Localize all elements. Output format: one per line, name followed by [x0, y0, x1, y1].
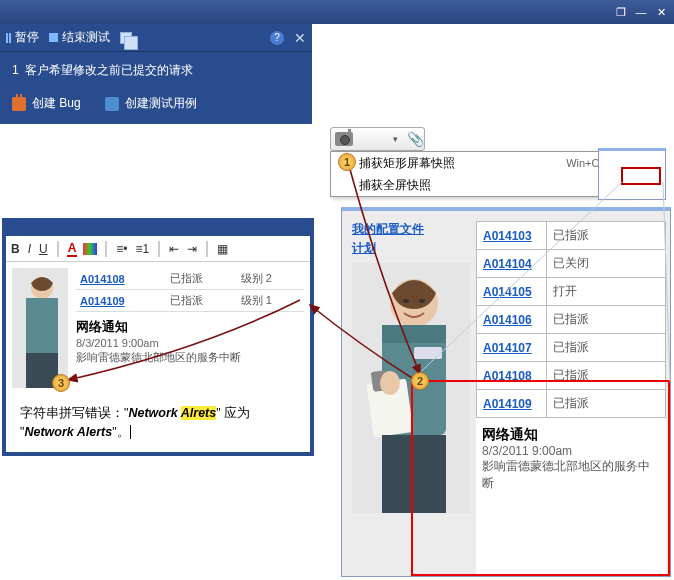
- capture-menu: 捕获矩形屏幕快照 Win+Ctrl+C 捕获全屏快照: [330, 151, 632, 197]
- ticket-id[interactable]: A014108: [477, 362, 547, 390]
- table-row[interactable]: A014109已指派: [477, 390, 666, 418]
- notification-block: 网络通知 8/3/2011 9:00am 影响雷德蒙德北部地区的服务中断: [476, 418, 666, 500]
- restore-button[interactable]: ❐: [612, 4, 630, 20]
- window-title-bar: ❐ — ✕: [0, 0, 674, 24]
- close-button[interactable]: ✕: [652, 4, 670, 20]
- ticket-status: 已指派: [547, 362, 666, 390]
- underline-button[interactable]: U: [38, 242, 49, 256]
- number-list-button[interactable]: ≡1: [135, 242, 151, 256]
- ticket-status: 已指派: [547, 222, 666, 250]
- camera-icon: [335, 132, 353, 146]
- create-test-label: 创建测试用例: [125, 95, 197, 112]
- capture-dropdown-button[interactable]: ▾ 📎: [330, 127, 425, 151]
- test-case-icon: [105, 97, 119, 111]
- ticket-status: 已指派: [547, 390, 666, 418]
- svg-point-7: [419, 299, 425, 303]
- bug-description-text[interactable]: 字符串拼写错误："Network Alrets" 应为 "Network Ale…: [6, 398, 310, 452]
- ticket-level: 级别 2: [237, 268, 304, 290]
- notice-title: 网络通知: [76, 318, 304, 336]
- capture-rect-item[interactable]: 捕获矩形屏幕快照 Win+Ctrl+C: [331, 152, 631, 174]
- profile-link[interactable]: 我的配置文件: [352, 221, 470, 238]
- user-photo: [352, 263, 470, 517]
- ticket-id[interactable]: A014106: [477, 306, 547, 334]
- ticket-status: 已指派: [547, 334, 666, 362]
- ticket-status: 打开: [547, 278, 666, 306]
- rich-text-toolbar: B I U A ≡• ≡1 ⇤ ⇥ ▦: [6, 236, 310, 262]
- create-test-button[interactable]: 创建测试用例: [105, 95, 197, 112]
- ticket-id[interactable]: A014103: [477, 222, 547, 250]
- plan-link[interactable]: 计划: [352, 240, 470, 257]
- table-row[interactable]: A014103已指派: [477, 222, 666, 250]
- pause-button[interactable]: 暂停: [6, 29, 39, 46]
- pause-label: 暂停: [15, 29, 39, 46]
- notice-time: 8/3/2011 9:00am: [482, 444, 660, 458]
- highlight-button[interactable]: [83, 243, 97, 255]
- table-row[interactable]: A014107已指派: [477, 334, 666, 362]
- test-toolbar: 暂停 结束测试 ? ✕: [0, 24, 312, 52]
- request-body: 客户希望修改之前已提交的请求: [25, 63, 193, 77]
- copy-icon: [120, 32, 132, 44]
- ticket-id[interactable]: A014104: [477, 250, 547, 278]
- capture-full-label: 捕获全屏快照: [359, 177, 431, 194]
- create-bug-button[interactable]: 创建 Bug: [12, 95, 81, 112]
- ticket-id[interactable]: A014108: [76, 268, 166, 290]
- request-number: 1: [12, 63, 19, 77]
- table-row[interactable]: A014104已关闭: [477, 250, 666, 278]
- insert-image-button[interactable]: ▦: [216, 242, 229, 256]
- action-row: 创建 Bug 创建测试用例: [0, 89, 312, 124]
- notice-desc: 影响雷德蒙德北部地区的服务中断: [76, 350, 304, 364]
- table-row[interactable]: A014109已指派级别 1: [76, 290, 304, 312]
- attachment-icon: 📎: [407, 131, 424, 147]
- font-color-button[interactable]: A: [67, 241, 78, 257]
- table-row[interactable]: A014106已指派: [477, 306, 666, 334]
- notice-title: 网络通知: [482, 426, 660, 444]
- italic-button[interactable]: I: [27, 242, 32, 256]
- mini-ticket-table: A014108已指派级别 2 A014109已指派级别 1: [76, 268, 304, 312]
- request-text: 1 客户希望修改之前已提交的请求: [0, 52, 312, 89]
- callout-3: 3: [52, 374, 70, 392]
- table-row[interactable]: A014105打开: [477, 278, 666, 306]
- outdent-button[interactable]: ⇤: [168, 242, 180, 256]
- end-test-button[interactable]: 结束测试: [49, 29, 110, 46]
- indent-button[interactable]: ⇥: [186, 242, 198, 256]
- stop-icon: [49, 33, 58, 42]
- bug-editor-window: B I U A ≡• ≡1 ⇤ ⇥ ▦ A014108已指派级别 2 A0141: [2, 218, 314, 456]
- selection-rect-icon: [621, 167, 661, 185]
- table-row[interactable]: A014108已指派: [477, 362, 666, 390]
- ticket-status: 已指派: [166, 268, 236, 290]
- table-row[interactable]: A014108已指派级别 2: [76, 268, 304, 290]
- svg-point-6: [403, 299, 409, 303]
- svg-rect-9: [382, 325, 446, 343]
- svg-rect-13: [382, 435, 446, 513]
- svg-rect-2: [26, 298, 58, 353]
- capture-rect-label: 捕获矩形屏幕快照: [359, 155, 455, 172]
- bullet-list-button[interactable]: ≡•: [115, 242, 128, 256]
- capture-full-item[interactable]: 捕获全屏快照: [331, 174, 631, 196]
- ticket-status: 已关闭: [547, 250, 666, 278]
- panel-close-button[interactable]: ✕: [294, 30, 306, 46]
- test-runner-panel: 暂停 结束测试 ? ✕ 1 客户希望修改之前已提交的请求 创建 Bug 创建测试…: [0, 24, 312, 124]
- ticket-status: 已指派: [547, 306, 666, 334]
- browser-window: 我的配置文件 计划: [341, 207, 671, 577]
- bug-icon: [12, 97, 26, 111]
- ticket-id[interactable]: A014105: [477, 278, 547, 306]
- ticket-id[interactable]: A014109: [76, 290, 166, 312]
- minimize-button[interactable]: —: [632, 4, 650, 20]
- help-button[interactable]: ?: [270, 31, 284, 45]
- pause-icon: [6, 33, 11, 43]
- copy-button[interactable]: [120, 32, 132, 44]
- ticket-level: 级别 1: [237, 290, 304, 312]
- bold-button[interactable]: B: [10, 242, 21, 256]
- ticket-status: 已指派: [166, 290, 236, 312]
- text-cursor: [130, 425, 134, 439]
- end-test-label: 结束测试: [62, 29, 110, 46]
- callout-2: 2: [411, 372, 429, 390]
- svg-rect-10: [414, 347, 442, 359]
- create-bug-label: 创建 Bug: [32, 95, 81, 112]
- notice-desc: 影响雷德蒙德北部地区的服务中断: [482, 458, 660, 492]
- ticket-id[interactable]: A014109: [477, 390, 547, 418]
- ticket-id[interactable]: A014107: [477, 334, 547, 362]
- misspelled-word: Alrets: [181, 406, 216, 420]
- callout-1: 1: [338, 153, 356, 171]
- svg-point-14: [380, 371, 400, 395]
